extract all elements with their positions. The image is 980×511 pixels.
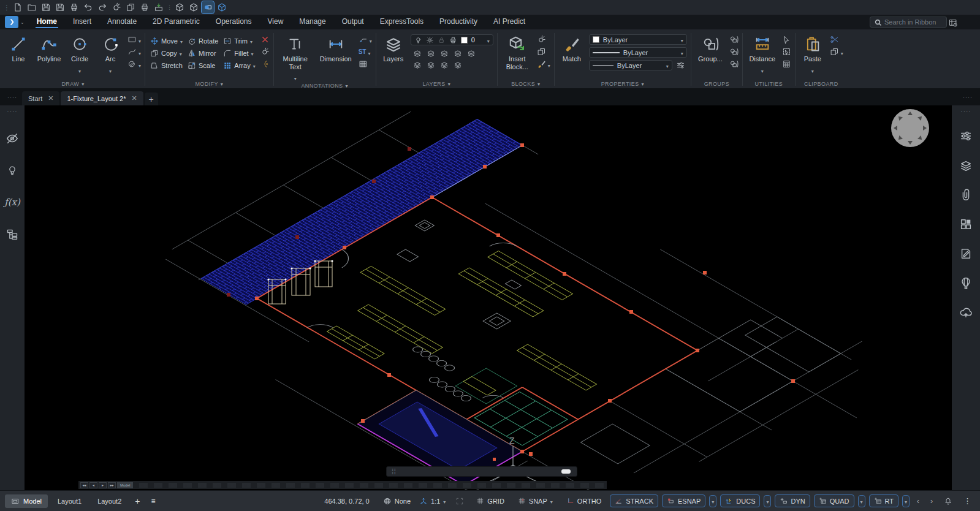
explode-button[interactable] [260,47,270,57]
chevron-down-icon[interactable] [139,59,141,70]
fillet-button[interactable]: Fillet [222,47,256,59]
notifications-bell-icon[interactable] [940,495,956,507]
close-icon[interactable]: ✕ [48,94,53,102]
prev-layout-icon[interactable]: ◂ [89,482,97,488]
drawing-viewport[interactable]: Z Y X ⢸⡇ ◂◂ ◂ ▸ ▸▸ Model [25,105,952,490]
save-as-icon[interactable] [54,1,66,13]
layers-panel-icon[interactable] [958,157,974,173]
toggle-quad[interactable]: QUAD [814,494,854,507]
chevron-down-icon[interactable] [251,50,254,57]
layer-state-icon[interactable] [440,49,449,58]
layer-lock-icon[interactable] [438,36,446,44]
layer-state-icon[interactable] [454,61,462,69]
app-menu-caret-icon[interactable]: ⌄ [20,20,25,25]
chevron-down-icon[interactable] [487,34,490,45]
copy-clip-button[interactable] [830,47,843,57]
layer-state-icon[interactable] [467,49,476,58]
chevron-down-icon[interactable] [180,50,182,57]
new-document-button[interactable]: + [145,93,158,105]
erase-button[interactable] [260,34,270,45]
table-button[interactable] [359,59,372,69]
lineweight-combo[interactable]: ByLayer [589,47,687,58]
group-button[interactable]: Group... [695,32,726,63]
layer-state-icon[interactable] [427,61,435,69]
distance-button[interactable]: Distance [746,32,778,75]
shaded-cube-icon[interactable] [216,1,228,13]
undo-icon[interactable] [82,1,94,13]
doc-tab-start[interactable]: Start✕ [22,91,59,105]
app-menu-button[interactable] [5,16,18,28]
panel-label-modify[interactable]: MODIFY [149,79,270,88]
copy-button[interactable]: Copy [149,47,184,59]
toggle-rt[interactable]: RT [869,494,898,507]
panel-label-clipboard[interactable]: CLIPBOARD [799,79,843,88]
ribbon-search[interactable] [870,17,947,28]
tab-output[interactable]: Output [335,15,371,29]
spline-button[interactable] [127,47,141,57]
attachments-paperclip-icon[interactable] [958,187,974,203]
scrollbar-handle[interactable] [561,469,571,474]
move-button[interactable]: Move [149,35,184,47]
tab-annotate[interactable]: Annotate [100,15,144,29]
regroup-button[interactable] [729,59,739,69]
open-file-icon[interactable] [26,1,38,13]
stretch-button[interactable]: Stretch [149,59,184,72]
layer-freeze-sun-icon[interactable] [426,36,434,44]
toggle-esnap[interactable]: ESNAP [662,494,705,507]
panel-label-utilities[interactable]: UTILITIES [746,79,791,88]
tab-operations[interactable]: Operations [208,15,259,29]
chevron-down-icon[interactable] [548,59,550,70]
tab-ai-predict[interactable]: AI Predict [486,15,533,29]
match-properties-button[interactable]: Match [558,32,585,63]
rotate-button[interactable]: Rotate [186,35,219,47]
circle-button[interactable]: Circle [66,32,93,75]
insert-block-button[interactable]: Insert Block... [501,32,533,70]
view-scale-control[interactable]: 1:1 [417,495,448,507]
cloud-upload-icon[interactable] [958,305,974,320]
doctab-right-drag-handle-icon[interactable]: ···· [963,94,973,100]
statusbar-prev-icon[interactable]: ‹ [913,496,923,507]
window-copy-icon[interactable] [110,1,123,13]
chevron-down-icon[interactable] [368,47,370,58]
plot-icon[interactable] [68,1,80,13]
tab-insert[interactable]: Insert [66,15,99,29]
chevron-down-icon[interactable] [550,498,553,505]
parameters-fx-icon[interactable]: ƒ(x) [4,194,20,210]
chevron-down-icon[interactable] [443,498,446,505]
statusbar-menu-kebab-icon[interactable]: ⋮ [960,494,975,507]
render-mode-icon[interactable] [202,1,214,13]
redo-icon[interactable] [96,1,108,13]
tab-productivity[interactable]: Productivity [432,15,485,29]
layer-on-bulb-icon[interactable] [414,36,422,44]
layer-plot-icon[interactable] [449,36,457,44]
chevron-down-icon[interactable] [666,62,669,69]
look-from-navigation-wheel[interactable] [891,108,930,148]
toggle-grid[interactable]: GRID [471,494,509,507]
isolate-objects-eye-slash-icon[interactable] [4,131,20,146]
tab-home[interactable]: Home [29,15,64,29]
toggle-ortho[interactable]: ORTHO [561,494,607,507]
layer-state-icon[interactable] [413,49,422,58]
chevron-down-icon[interactable] [370,34,372,45]
block-brush-button[interactable] [537,59,550,69]
linetype-combo[interactable]: ByLayer [589,60,672,70]
chevron-down-icon[interactable] [180,37,183,45]
mirror-button[interactable]: Mirror [186,47,219,59]
tab-view[interactable]: View [260,15,291,29]
chevron-down-icon[interactable] [811,64,814,75]
paste-button[interactable]: Paste [799,32,826,75]
group-edit-button[interactable] [729,47,739,57]
chevron-down-icon[interactable] [709,495,716,507]
hidden-cube-icon[interactable] [188,1,200,13]
rectangle-button[interactable] [127,34,141,45]
block-replace-button[interactable] [537,47,550,57]
import-icon[interactable] [153,1,165,13]
tab-2d-parametric[interactable]: 2D Parametric [145,15,207,29]
block-edit-button[interactable] [537,34,550,45]
chevron-down-icon[interactable] [78,64,81,75]
quick-select-button[interactable] [782,47,791,57]
toolbar-drag-handle-icon[interactable]: ⋮ [4,4,10,11]
chevron-down-icon[interactable] [902,495,910,507]
chevron-down-icon[interactable] [253,62,256,69]
layer-combo[interactable]: 0 [411,34,493,45]
